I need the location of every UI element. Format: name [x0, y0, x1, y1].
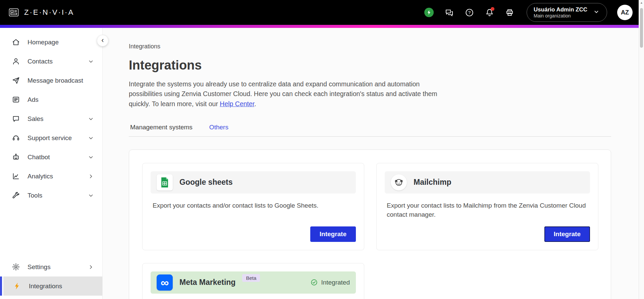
sidebar-item-support-service[interactable]: Support service — [0, 128, 102, 147]
conversations-icon[interactable] — [444, 7, 454, 17]
tools-icon — [11, 191, 20, 200]
sidebar: Homepage Contacts Message broadcast — [0, 28, 103, 299]
card-description: Export your contact lists to Mailchimp f… — [387, 201, 588, 219]
printer-icon[interactable] — [504, 7, 515, 17]
integration-tabs: Management systems Others — [129, 124, 611, 137]
svg-text:?: ? — [468, 10, 471, 15]
chevron-down-icon — [88, 135, 94, 141]
app-window: Z·E·N·V·I·A ? — [0, 0, 644, 299]
mailchimp-icon — [391, 174, 407, 190]
sidebar-item-integrations[interactable]: Integrations — [3, 276, 102, 296]
notification-badge — [491, 7, 494, 11]
integrate-mailchimp-button[interactable]: Integrate — [544, 226, 590, 242]
topbar: Z·E·N·V·I·A ? — [0, 0, 644, 25]
tab-management-systems[interactable]: Management systems — [129, 124, 194, 136]
google-sheets-icon — [157, 174, 173, 190]
zenvia-logo-icon — [8, 7, 19, 17]
user-organization: Main organization — [534, 13, 587, 19]
sidebar-main-nav: Homepage Contacts Message broadcast — [0, 33, 102, 205]
card-title: Google sheets — [179, 178, 232, 187]
chevron-down-icon — [88, 58, 94, 65]
sidebar-item-sales[interactable]: Sales — [0, 109, 102, 128]
sidebar-item-tools[interactable]: Tools — [0, 186, 102, 205]
sidebar-item-message-broadcast[interactable]: Message broadcast — [0, 71, 102, 90]
contacts-icon — [11, 57, 20, 66]
page-title: Integrations — [129, 58, 611, 73]
zenvia-logo[interactable]: Z·E·N·V·I·A — [8, 7, 74, 17]
collapse-sidebar-button[interactable]: ‹ — [97, 35, 108, 46]
notifications-bell-icon[interactable] — [484, 7, 494, 17]
sidebar-item-homepage[interactable]: Homepage — [0, 33, 102, 52]
page-description: Integrate the systems you already use to… — [129, 79, 439, 109]
send-icon — [11, 76, 20, 85]
tab-others[interactable]: Others — [208, 124, 230, 136]
headset-icon — [11, 134, 20, 142]
user-name: Usuário Admin ZCC — [534, 6, 587, 13]
page-scrollbar: ▲ — [639, 0, 644, 299]
scrollbar-thumb[interactable] — [640, 8, 643, 48]
status-bolt-icon[interactable] — [424, 7, 434, 17]
sidebar-item-analytics[interactable]: Analytics — [0, 167, 102, 186]
card-meta-marketing-header: ∞ Meta Marketing Beta Integrated — [151, 271, 356, 294]
beta-badge: Beta — [242, 274, 260, 282]
integrate-google-sheets-button[interactable]: Integrate — [310, 226, 356, 242]
breadcrumb: Integrations — [129, 43, 611, 50]
sidebar-bottom-nav: Settings Integrations — [0, 257, 102, 296]
card-title: Mailchimp — [414, 178, 451, 187]
card-google-sheets: Google sheets Export your contacts and/o… — [142, 163, 364, 250]
gear-icon — [11, 263, 20, 271]
chat-bubble-icon — [11, 115, 20, 123]
page-description-period: . — [254, 100, 256, 108]
sidebar-item-chatbot[interactable]: Chatbot — [0, 147, 102, 167]
chevron-down-icon — [88, 154, 94, 161]
brand-gradient-bar — [0, 25, 644, 28]
integrated-status: Integrated — [310, 279, 350, 286]
robot-icon — [11, 153, 20, 162]
integrated-status-label: Integrated — [321, 279, 350, 286]
sidebar-item-ads[interactable]: Ads — [0, 90, 102, 109]
avatar[interactable]: AZ — [617, 5, 633, 20]
chevron-right-icon — [88, 173, 94, 180]
card-mailchimp-header: Mailchimp — [385, 171, 590, 194]
card-google-sheets-header: Google sheets — [151, 171, 356, 194]
status-circle — [424, 8, 434, 17]
chevron-down-icon — [88, 192, 94, 199]
card-title: Meta Marketing — [179, 278, 235, 287]
lightning-bolt-icon — [13, 282, 21, 291]
ads-icon — [11, 95, 20, 104]
sidebar-item-contacts[interactable]: Contacts — [0, 52, 102, 71]
chevron-down-icon — [593, 8, 600, 17]
card-mailchimp: Mailchimp Export your contact lists to M… — [376, 163, 598, 250]
card-meta-marketing: ∞ Meta Marketing Beta Integrated Connect… — [142, 263, 364, 299]
meta-icon: ∞ — [157, 274, 173, 291]
card-description: Export your contacts and/or contact list… — [153, 201, 354, 210]
scroll-up-arrow[interactable]: ▲ — [639, 0, 644, 5]
logo-text: Z·E·N·V·I·A — [24, 8, 74, 17]
organization-switcher[interactable]: Usuário Admin ZCC Main organization — [527, 3, 607, 22]
analytics-chart-icon — [11, 172, 20, 181]
help-icon[interactable]: ? — [464, 7, 474, 17]
topbar-actions: ? Usuário Admin ZCC — [424, 3, 633, 22]
page-description-text: Integrate the systems you already use to… — [129, 80, 437, 108]
help-center-link[interactable]: Help Center — [220, 100, 254, 108]
main-content: Integrations Integrations Integrate the … — [103, 28, 644, 299]
check-circle-icon — [310, 279, 318, 286]
sidebar-item-settings[interactable]: Settings — [0, 257, 102, 276]
chevron-down-icon — [88, 116, 94, 122]
home-icon — [11, 38, 20, 47]
integrations-panel: Google sheets Export your contacts and/o… — [129, 150, 611, 299]
chevron-right-icon — [88, 264, 94, 270]
